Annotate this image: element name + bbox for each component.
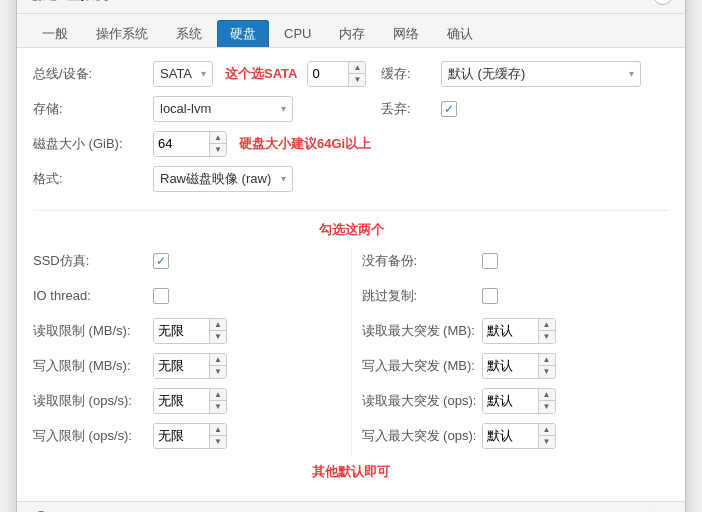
read-mb-up[interactable]: ▲ — [210, 319, 226, 331]
bus-number-up[interactable]: ▲ — [349, 62, 365, 74]
write-max-mb-input[interactable] — [483, 354, 538, 378]
read-max-mb-row: 读取最大突发 (MB): ▲ ▼ — [362, 317, 670, 345]
write-max-ops-input[interactable] — [483, 424, 538, 448]
disksize-input[interactable] — [154, 132, 209, 156]
read-max-ops-row: 读取最大突发 (ops): ▲ ▼ — [362, 387, 670, 415]
read-ops-down[interactable]: ▼ — [210, 401, 226, 413]
discard-control — [441, 101, 669, 117]
dialog-title: 创建: 虚拟机 — [29, 0, 108, 4]
iothread-checkbox[interactable] — [153, 288, 169, 304]
write-ops-label: 写入限制 (ops/s): — [33, 427, 153, 445]
write-max-ops-up[interactable]: ▲ — [539, 424, 555, 436]
bus-type-arrow: ▾ — [201, 68, 206, 79]
storage-arrow: ▾ — [281, 103, 286, 114]
discard-checkbox[interactable] — [441, 101, 457, 117]
tab-confirm[interactable]: 确认 — [434, 20, 486, 47]
write-max-mb-control: ▲ ▼ — [482, 353, 670, 379]
storage-select[interactable]: local-lvm ▾ — [153, 96, 293, 122]
read-max-mb-control: ▲ ▼ — [482, 318, 670, 344]
write-mb-up[interactable]: ▲ — [210, 354, 226, 366]
write-mb-label: 写入限制 (MB/s): — [33, 357, 153, 375]
disksize-annotation: 硬盘大小建议64Gi以上 — [239, 135, 371, 153]
tab-cpu[interactable]: CPU — [271, 21, 324, 45]
skiprepl-label: 跳过复制: — [362, 287, 482, 305]
bus-number-spin[interactable]: ▲ ▼ — [307, 61, 366, 87]
write-ops-down[interactable]: ▼ — [210, 436, 226, 448]
read-ops-spin[interactable]: ▲ ▼ — [153, 388, 227, 414]
write-ops-row: 写入限制 (ops/s): ▲ ▼ — [33, 422, 341, 450]
write-max-ops-down[interactable]: ▼ — [539, 436, 555, 448]
read-ops-input[interactable] — [154, 389, 209, 413]
tab-general[interactable]: 一般 — [29, 20, 81, 47]
tab-memory[interactable]: 内存 — [326, 20, 378, 47]
ssd-checkbox[interactable] — [153, 253, 169, 269]
write-ops-input[interactable] — [154, 424, 209, 448]
nobackup-checkbox[interactable] — [482, 253, 498, 269]
write-max-ops-control: ▲ ▼ — [482, 423, 670, 449]
storage-control: local-lvm ▾ — [153, 96, 381, 122]
top-section: 总线/设备: SATA ▾ 这个选SATA ▲ ▼ 缓存: — [33, 60, 669, 211]
write-mb-spin[interactable]: ▲ ▼ — [153, 353, 227, 379]
close-button[interactable]: × — [653, 0, 673, 5]
cache-control: 默认 (无缓存) ▾ — [441, 61, 669, 87]
read-max-mb-spin[interactable]: ▲ ▼ — [482, 318, 556, 344]
tab-bar: 一般 操作系统 系统 硬盘 CPU 内存 网络 确认 — [17, 14, 685, 48]
read-ops-up[interactable]: ▲ — [210, 389, 226, 401]
write-max-ops-row: 写入最大突发 (ops): ▲ ▼ — [362, 422, 670, 450]
disksize-arrows: ▲ ▼ — [209, 132, 226, 156]
write-ops-spin[interactable]: ▲ ▼ — [153, 423, 227, 449]
dialog-header: 创建: 虚拟机 × — [17, 0, 685, 14]
nobackup-row: 没有备份: — [362, 247, 670, 275]
write-max-ops-spin[interactable]: ▲ ▼ — [482, 423, 556, 449]
read-max-mb-up[interactable]: ▲ — [539, 319, 555, 331]
read-max-ops-control: ▲ ▼ — [482, 388, 670, 414]
read-max-ops-spin[interactable]: ▲ ▼ — [482, 388, 556, 414]
default-annotation: 其他默认即可 — [33, 463, 669, 481]
write-ops-up[interactable]: ▲ — [210, 424, 226, 436]
sata-annotation: 这个选SATA — [225, 65, 297, 83]
write-max-mb-row: 写入最大突发 (MB): ▲ ▼ — [362, 352, 670, 380]
write-mb-down[interactable]: ▼ — [210, 366, 226, 378]
read-max-mb-label: 读取最大突发 (MB): — [362, 322, 482, 340]
ssd-label: SSD仿真: — [33, 252, 153, 270]
tab-harddisk[interactable]: 硬盘 — [217, 20, 269, 47]
read-mb-spin[interactable]: ▲ ▼ — [153, 318, 227, 344]
bus-row: 总线/设备: SATA ▾ 这个选SATA ▲ ▼ 缓存: — [33, 60, 669, 88]
read-max-ops-input[interactable] — [483, 389, 538, 413]
disksize-spin[interactable]: ▲ ▼ — [153, 131, 227, 157]
disksize-down[interactable]: ▼ — [210, 144, 226, 156]
write-mb-row: 写入限制 (MB/s): ▲ ▼ — [33, 352, 341, 380]
skiprepl-checkbox[interactable] — [482, 288, 498, 304]
cache-select[interactable]: 默认 (无缓存) ▾ — [441, 61, 641, 87]
read-max-ops-down[interactable]: ▼ — [539, 401, 555, 413]
bus-number-arrows: ▲ ▼ — [348, 62, 365, 86]
read-max-mb-down[interactable]: ▼ — [539, 331, 555, 343]
write-max-mb-down[interactable]: ▼ — [539, 366, 555, 378]
bus-type-select[interactable]: SATA ▾ — [153, 61, 213, 87]
disksize-row: 磁盘大小 (GiB): ▲ ▼ 硬盘大小建议64Gi以上 — [33, 130, 669, 158]
write-max-mb-spin[interactable]: ▲ ▼ — [482, 353, 556, 379]
nobackup-control — [482, 253, 670, 269]
bus-number-down[interactable]: ▼ — [349, 74, 365, 86]
cache-label: 缓存: — [381, 65, 441, 83]
skiprepl-row: 跳过复制: — [362, 282, 670, 310]
format-select[interactable]: Raw磁盘映像 (raw) ▾ — [153, 166, 293, 192]
tab-system[interactable]: 系统 — [163, 20, 215, 47]
read-mb-input[interactable] — [154, 319, 209, 343]
cache-arrow: ▾ — [629, 68, 634, 79]
read-mb-label: 读取限制 (MB/s): — [33, 322, 153, 340]
iothread-label: IO thread: — [33, 288, 153, 303]
read-max-mb-input[interactable] — [483, 319, 538, 343]
tab-network[interactable]: 网络 — [380, 20, 432, 47]
bus-number-input[interactable] — [308, 62, 348, 86]
format-label: 格式: — [33, 170, 153, 188]
read-mb-down[interactable]: ▼ — [210, 331, 226, 343]
write-mb-input[interactable] — [154, 354, 209, 378]
storage-label: 存储: — [33, 100, 153, 118]
read-max-ops-up[interactable]: ▲ — [539, 389, 555, 401]
disksize-up[interactable]: ▲ — [210, 132, 226, 144]
write-max-mb-up[interactable]: ▲ — [539, 354, 555, 366]
disksize-control: ▲ ▼ 硬盘大小建议64Gi以上 — [153, 131, 669, 157]
tab-os[interactable]: 操作系统 — [83, 20, 161, 47]
disksize-label: 磁盘大小 (GiB): — [33, 135, 153, 153]
